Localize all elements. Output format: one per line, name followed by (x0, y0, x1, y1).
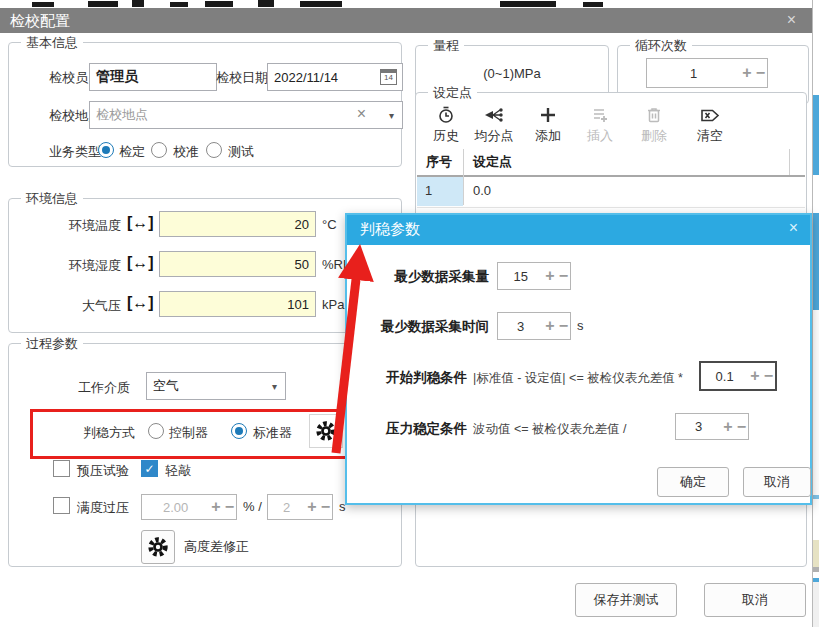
clear-button[interactable]: 清空 (682, 105, 738, 145)
preload-checkbox[interactable] (53, 460, 70, 477)
environment-legend: 环境信息 (21, 190, 83, 208)
save-and-test-label: 保存并测试 (594, 591, 659, 609)
window-close-icon[interactable]: × (787, 11, 796, 29)
radio-controller[interactable] (148, 423, 164, 439)
increment-icon[interactable]: + (748, 368, 761, 384)
overpressure-label[interactable]: 满度过压 (77, 499, 129, 517)
date-value: 2022/11/14 (274, 70, 338, 85)
plus-icon (539, 106, 557, 124)
dialog-titlebar: 判稳参数 × (347, 215, 810, 245)
pressure-condition-spinner[interactable]: 3 + − (675, 413, 749, 440)
footer-cancel-button[interactable]: 取消 (704, 583, 806, 617)
col-header-index[interactable]: 序号 (426, 153, 452, 171)
inspector-label: 检校员 (49, 69, 88, 87)
temperature-label: 环境温度 (25, 217, 121, 235)
footer-cancel-label: 取消 (742, 591, 768, 609)
chevron-down-icon[interactable]: ▾ (272, 381, 277, 392)
tap-label[interactable]: 轻敲 (165, 462, 191, 480)
humidity-input[interactable]: 50 (159, 251, 316, 277)
cycles-value: 1 (647, 66, 740, 81)
medium-dropdown[interactable]: 空气 ▾ (146, 372, 286, 400)
date-field[interactable]: 2022/11/14 14 (267, 63, 403, 91)
equal-points-button[interactable]: 均分点 (466, 105, 522, 145)
stability-settings-button[interactable] (309, 414, 343, 448)
dialog-cancel-button[interactable]: 取消 (743, 467, 811, 497)
decrement-icon[interactable]: − (557, 268, 570, 284)
pressure-input[interactable]: 101 (159, 291, 316, 317)
overpressure-checkbox[interactable] (53, 497, 70, 514)
radio-standard[interactable] (231, 423, 247, 439)
temperature-input[interactable]: 20 (159, 211, 316, 237)
radio-test-label[interactable]: 测试 (228, 143, 254, 161)
decrement-icon[interactable]: − (762, 368, 775, 384)
radio-test[interactable] (206, 142, 222, 158)
inspector-field[interactable]: 管理员 (89, 63, 217, 91)
decrement-icon[interactable]: − (735, 419, 748, 435)
table-row[interactable]: 1 0.0 (417, 177, 805, 208)
insert-button[interactable]: 插入 (572, 105, 628, 145)
increment-icon[interactable]: + (543, 318, 556, 334)
calendar-icon[interactable]: 14 (380, 69, 397, 85)
min-samples-spinner[interactable]: 15 + − (497, 262, 571, 290)
dialog-ok-label: 确定 (680, 473, 706, 491)
dialog-cancel-label: 取消 (764, 473, 790, 491)
calibration-config-window: 检校配置 × 基本信息 检校员 管理员 检校日期 2022/11/14 14 检… (0, 0, 819, 627)
location-field[interactable]: 检校地点 × ▾ (89, 101, 403, 129)
range-adjust-icon[interactable]: [↔] (127, 214, 154, 232)
chevron-down-icon[interactable]: ▾ (389, 110, 394, 121)
range-adjust-icon[interactable]: [↔] (127, 294, 154, 312)
decrement-icon[interactable]: − (557, 318, 570, 334)
decrement-icon[interactable]: − (754, 65, 767, 81)
dialog-ok-button[interactable]: 确定 (657, 467, 729, 497)
min-time-spinner[interactable]: 3 + − (497, 312, 571, 340)
clear-all-icon (700, 107, 720, 124)
clear-icon[interactable]: × (357, 105, 366, 123)
dialog-close-icon[interactable]: × (789, 219, 798, 237)
preload-label[interactable]: 预压试验 (77, 462, 129, 480)
column-divider (789, 149, 790, 175)
increment-icon[interactable]: + (721, 419, 734, 435)
decrement-icon[interactable]: − (319, 499, 332, 515)
background-window-fragment (170, 2, 188, 7)
overpressure-percent-spinner[interactable]: 2.00 + − (141, 494, 237, 520)
row-index-value: 1 (425, 183, 432, 198)
delete-button[interactable]: 删除 (626, 105, 682, 145)
humidity-value: 50 (295, 257, 309, 272)
col-header-setpoint[interactable]: 设定点 (473, 153, 512, 171)
height-correction-label: 高度差修正 (184, 538, 249, 556)
row-index-cell[interactable]: 1 (417, 177, 463, 206)
background-window-fragment (500, 1, 556, 7)
radio-verification-label[interactable]: 检定 (119, 143, 145, 161)
table-header: 序号 设定点 (417, 149, 805, 177)
increment-icon[interactable]: + (305, 499, 318, 515)
gear-icon (147, 536, 169, 558)
pressure-unit: kPa (322, 297, 344, 312)
radio-standard-label[interactable]: 标准器 (253, 424, 292, 442)
increment-icon[interactable]: + (209, 499, 222, 515)
range-adjust-icon[interactable]: [↔] (127, 254, 154, 272)
add-button[interactable]: 添加 (520, 105, 576, 145)
medium-label: 工作介质 (78, 379, 130, 397)
background-window-fragment (88, 1, 118, 7)
increment-icon[interactable]: + (740, 65, 753, 81)
cycles-spinner[interactable]: 1 + − (646, 58, 768, 88)
clear-label: 清空 (682, 127, 738, 145)
decrement-icon[interactable]: − (223, 499, 236, 515)
window-titlebar: 检校配置 × (0, 8, 812, 33)
radio-controller-label[interactable]: 控制器 (169, 424, 208, 442)
radio-calibration-label[interactable]: 校准 (173, 143, 199, 161)
insert-icon (591, 106, 609, 124)
humidity-label: 环境湿度 (25, 257, 121, 275)
split-points-icon (484, 107, 504, 123)
pressure-condition-text: 波动值 <= 被检仪表允差值 / (473, 421, 627, 438)
overpressure-percent-value: 2.00 (142, 500, 209, 515)
tap-checkbox[interactable]: ✓ (141, 460, 158, 477)
equal-points-label: 均分点 (466, 127, 522, 145)
height-correction-button[interactable] (141, 530, 175, 564)
radio-calibration[interactable] (151, 142, 167, 158)
start-condition-spinner[interactable]: 0.1 + − (699, 361, 777, 391)
radio-verification[interactable] (98, 142, 114, 158)
save-and-test-button[interactable]: 保存并测试 (575, 583, 677, 617)
increment-icon[interactable]: + (543, 268, 556, 284)
overpressure-seconds-spinner[interactable]: 2 + − (267, 494, 333, 520)
